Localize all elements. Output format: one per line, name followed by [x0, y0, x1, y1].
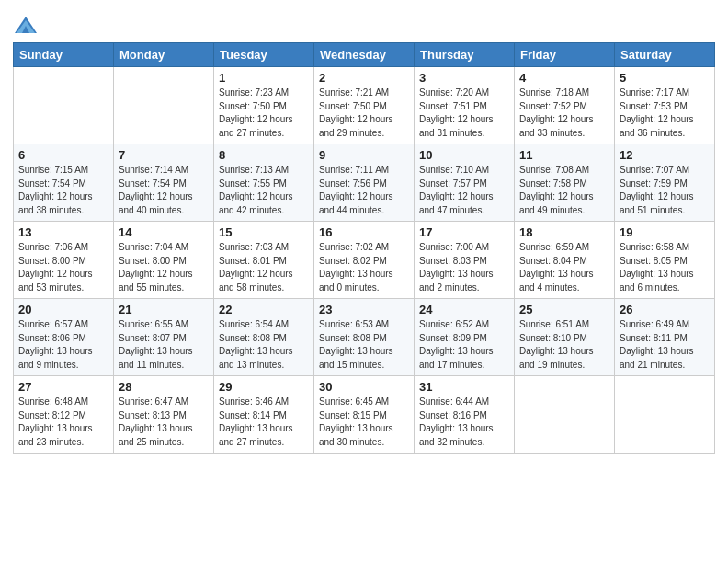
day-info: Sunrise: 7:15 AMSunset: 7:54 PMDaylight:… — [18, 164, 108, 217]
col-header-wednesday: Wednesday — [314, 43, 415, 67]
calendar-cell: 3Sunrise: 7:20 AMSunset: 7:51 PMDaylight… — [415, 67, 515, 144]
day-info: Sunrise: 7:00 AMSunset: 8:03 PMDaylight:… — [419, 241, 509, 294]
calendar-cell — [114, 67, 214, 144]
calendar-cell: 1Sunrise: 7:23 AMSunset: 7:50 PMDaylight… — [214, 67, 314, 144]
calendar-cell: 6Sunrise: 7:15 AMSunset: 7:54 PMDaylight… — [14, 144, 114, 222]
day-number: 16 — [319, 225, 409, 239]
day-number: 25 — [519, 303, 609, 316]
day-info: Sunrise: 7:08 AMSunset: 7:58 PMDaylight:… — [519, 164, 609, 217]
week-row-3: 20Sunrise: 6:57 AMSunset: 8:06 PMDayligh… — [14, 299, 715, 376]
day-number: 4 — [519, 71, 609, 85]
day-number: 17 — [419, 225, 509, 239]
day-info: Sunrise: 7:21 AMSunset: 7:50 PMDaylight:… — [319, 86, 409, 140]
day-number: 8 — [219, 148, 309, 162]
day-info: Sunrise: 7:20 AMSunset: 7:51 PMDaylight:… — [419, 86, 509, 140]
week-row-1: 6Sunrise: 7:15 AMSunset: 7:54 PMDaylight… — [14, 144, 715, 222]
calendar-cell: 19Sunrise: 6:58 AMSunset: 8:05 PMDayligh… — [615, 222, 715, 299]
day-info: Sunrise: 6:55 AMSunset: 8:07 PMDaylight:… — [119, 318, 209, 372]
calendar-cell — [515, 376, 615, 454]
day-number: 6 — [18, 148, 108, 162]
col-header-monday: Monday — [114, 43, 214, 67]
day-number: 5 — [620, 71, 710, 85]
day-info: Sunrise: 6:58 AMSunset: 8:05 PMDaylight:… — [620, 241, 710, 294]
calendar-cell: 7Sunrise: 7:14 AMSunset: 7:54 PMDaylight… — [114, 144, 214, 222]
calendar-cell — [14, 67, 114, 144]
calendar-cell: 27Sunrise: 6:48 AMSunset: 8:12 PMDayligh… — [14, 376, 114, 454]
day-number: 18 — [519, 225, 609, 239]
calendar-cell: 16Sunrise: 7:02 AMSunset: 8:02 PMDayligh… — [314, 222, 415, 299]
calendar-cell: 13Sunrise: 7:06 AMSunset: 8:00 PMDayligh… — [14, 222, 114, 299]
calendar-cell: 14Sunrise: 7:04 AMSunset: 8:00 PMDayligh… — [114, 222, 214, 299]
day-info: Sunrise: 7:02 AMSunset: 8:02 PMDaylight:… — [319, 241, 409, 294]
day-info: Sunrise: 7:11 AMSunset: 7:56 PMDaylight:… — [319, 164, 409, 217]
day-info: Sunrise: 7:13 AMSunset: 7:55 PMDaylight:… — [219, 164, 309, 217]
day-info: Sunrise: 7:03 AMSunset: 8:01 PMDaylight:… — [219, 241, 309, 294]
day-number: 30 — [319, 380, 409, 394]
col-header-tuesday: Tuesday — [214, 43, 314, 67]
col-header-thursday: Thursday — [415, 43, 515, 67]
day-info: Sunrise: 7:06 AMSunset: 8:00 PMDaylight:… — [18, 241, 108, 294]
day-number: 20 — [18, 303, 108, 316]
day-number: 19 — [620, 225, 710, 239]
day-number: 9 — [319, 148, 409, 162]
day-info: Sunrise: 7:23 AMSunset: 7:50 PMDaylight:… — [219, 86, 309, 140]
day-number: 31 — [419, 380, 509, 394]
day-info: Sunrise: 6:54 AMSunset: 8:08 PMDaylight:… — [219, 318, 309, 372]
header-row: SundayMondayTuesdayWednesdayThursdayFrid… — [14, 43, 715, 67]
day-number: 3 — [419, 71, 509, 85]
week-row-0: 1Sunrise: 7:23 AMSunset: 7:50 PMDaylight… — [14, 67, 715, 144]
calendar-cell: 9Sunrise: 7:11 AMSunset: 7:56 PMDaylight… — [314, 144, 415, 222]
day-info: Sunrise: 6:52 AMSunset: 8:09 PMDaylight:… — [419, 318, 509, 372]
calendar-table: SundayMondayTuesdayWednesdayThursdayFrid… — [13, 42, 715, 454]
day-number: 29 — [219, 380, 309, 394]
day-number: 27 — [18, 380, 108, 394]
col-header-friday: Friday — [515, 43, 615, 67]
logo — [13, 13, 42, 39]
calendar-cell: 28Sunrise: 6:47 AMSunset: 8:13 PMDayligh… — [114, 376, 214, 454]
calendar-cell: 15Sunrise: 7:03 AMSunset: 8:01 PMDayligh… — [214, 222, 314, 299]
day-number: 1 — [219, 71, 309, 85]
header — [13, 9, 715, 39]
day-info: Sunrise: 6:53 AMSunset: 8:08 PMDaylight:… — [319, 318, 409, 372]
calendar-cell: 8Sunrise: 7:13 AMSunset: 7:55 PMDaylight… — [214, 144, 314, 222]
day-number: 12 — [620, 148, 710, 162]
calendar-cell: 30Sunrise: 6:45 AMSunset: 8:15 PMDayligh… — [314, 376, 415, 454]
calendar-cell: 4Sunrise: 7:18 AMSunset: 7:52 PMDaylight… — [515, 67, 615, 144]
day-info: Sunrise: 7:14 AMSunset: 7:54 PMDaylight:… — [119, 164, 209, 217]
day-number: 22 — [219, 303, 309, 316]
calendar-cell: 22Sunrise: 6:54 AMSunset: 8:08 PMDayligh… — [214, 299, 314, 376]
calendar-cell: 11Sunrise: 7:08 AMSunset: 7:58 PMDayligh… — [515, 144, 615, 222]
day-info: Sunrise: 6:51 AMSunset: 8:10 PMDaylight:… — [519, 318, 609, 372]
day-info: Sunrise: 6:48 AMSunset: 8:12 PMDaylight:… — [18, 396, 108, 449]
day-number: 14 — [119, 225, 209, 239]
calendar-cell: 23Sunrise: 6:53 AMSunset: 8:08 PMDayligh… — [314, 299, 415, 376]
day-info: Sunrise: 6:49 AMSunset: 8:11 PMDaylight:… — [620, 318, 710, 372]
col-header-sunday: Sunday — [14, 43, 114, 67]
calendar-cell: 17Sunrise: 7:00 AMSunset: 8:03 PMDayligh… — [415, 222, 515, 299]
day-number: 28 — [119, 380, 209, 394]
calendar-cell: 25Sunrise: 6:51 AMSunset: 8:10 PMDayligh… — [515, 299, 615, 376]
day-info: Sunrise: 6:59 AMSunset: 8:04 PMDaylight:… — [519, 241, 609, 294]
col-header-saturday: Saturday — [615, 43, 715, 67]
calendar-cell: 10Sunrise: 7:10 AMSunset: 7:57 PMDayligh… — [415, 144, 515, 222]
calendar-cell: 31Sunrise: 6:44 AMSunset: 8:16 PMDayligh… — [415, 376, 515, 454]
day-info: Sunrise: 7:07 AMSunset: 7:59 PMDaylight:… — [620, 164, 710, 217]
day-number: 15 — [219, 225, 309, 239]
calendar-cell: 18Sunrise: 6:59 AMSunset: 8:04 PMDayligh… — [515, 222, 615, 299]
day-number: 11 — [519, 148, 609, 162]
week-row-4: 27Sunrise: 6:48 AMSunset: 8:12 PMDayligh… — [14, 376, 715, 454]
calendar-cell: 5Sunrise: 7:17 AMSunset: 7:53 PMDaylight… — [615, 67, 715, 144]
calendar-cell: 29Sunrise: 6:46 AMSunset: 8:14 PMDayligh… — [214, 376, 314, 454]
day-number: 23 — [319, 303, 409, 316]
calendar-cell: 20Sunrise: 6:57 AMSunset: 8:06 PMDayligh… — [14, 299, 114, 376]
day-info: Sunrise: 7:18 AMSunset: 7:52 PMDaylight:… — [519, 86, 609, 140]
day-number: 24 — [419, 303, 509, 316]
day-info: Sunrise: 6:57 AMSunset: 8:06 PMDaylight:… — [18, 318, 108, 372]
day-info: Sunrise: 7:10 AMSunset: 7:57 PMDaylight:… — [419, 164, 509, 217]
day-info: Sunrise: 6:46 AMSunset: 8:14 PMDaylight:… — [219, 396, 309, 449]
page: SundayMondayTuesdayWednesdayThursdayFrid… — [0, 0, 728, 463]
logo-icon — [13, 13, 39, 39]
day-number: 26 — [620, 303, 710, 316]
calendar-cell — [615, 376, 715, 454]
calendar-cell: 2Sunrise: 7:21 AMSunset: 7:50 PMDaylight… — [314, 67, 415, 144]
